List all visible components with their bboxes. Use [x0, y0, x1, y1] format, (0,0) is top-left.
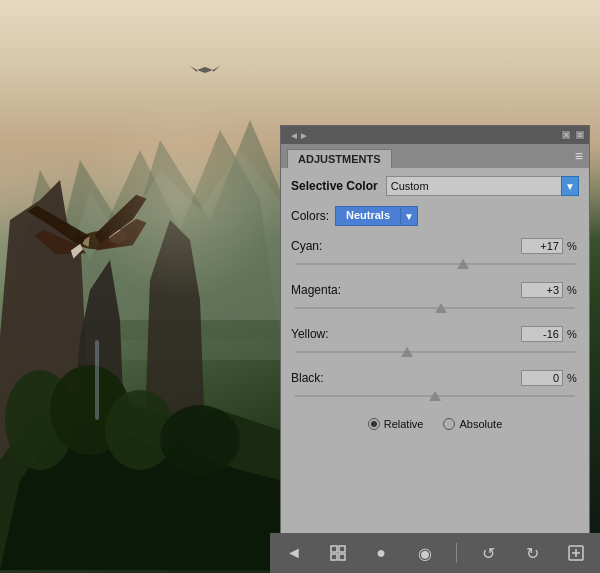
- svg-marker-22: [197, 67, 213, 73]
- radio-absolute-label: Absolute: [459, 418, 502, 430]
- toolbar-grid-icon[interactable]: [326, 541, 350, 565]
- svg-rect-12: [95, 340, 99, 420]
- magenta-header: Magenta: %: [291, 282, 579, 298]
- colors-dropdown-arrow[interactable]: ▼: [400, 206, 418, 226]
- add-svg: [567, 544, 585, 562]
- yellow-thumb[interactable]: [401, 347, 413, 357]
- preset-dropdown-container: Custom Default ▼: [386, 176, 579, 196]
- yellow-label: Yellow:: [291, 327, 356, 341]
- magenta-slider-track[interactable]: [295, 300, 575, 316]
- mist-glow: [80, 100, 280, 300]
- radio-relative-label: Relative: [384, 418, 424, 430]
- black-value-input[interactable]: [521, 370, 563, 386]
- tab-adjustments[interactable]: ADJUSTMENTS: [287, 149, 392, 168]
- black-label: Black:: [291, 371, 356, 385]
- black-percent: %: [567, 372, 579, 384]
- radio-relative-circle[interactable]: [368, 418, 380, 430]
- svg-marker-24: [213, 66, 220, 72]
- radio-row: Relative Absolute: [291, 418, 579, 430]
- titlebar-arrows-icon: ◄►: [289, 130, 309, 141]
- yellow-track-line: [295, 352, 575, 353]
- selective-color-row: Selective Color Custom Default ▼: [291, 176, 579, 196]
- colors-row: Colors: Neutrals ▼: [291, 206, 579, 226]
- yellow-value-input[interactable]: [521, 326, 563, 342]
- cyan-label: Cyan:: [291, 239, 356, 253]
- preset-select[interactable]: Custom Default: [386, 176, 562, 196]
- selective-color-label: Selective Color: [291, 179, 378, 193]
- tab-bar: ADJUSTMENTS ≡: [281, 144, 589, 168]
- svg-rect-28: [339, 554, 345, 560]
- colors-label: Colors:: [291, 209, 329, 223]
- toolbar-separator: [456, 543, 457, 563]
- svg-rect-25: [331, 546, 337, 552]
- cyan-thumb[interactable]: [457, 259, 469, 269]
- svg-rect-26: [339, 546, 345, 552]
- yellow-header: Yellow: %: [291, 326, 579, 342]
- menu-button[interactable]: ≡: [575, 130, 585, 140]
- toolbar-reset-icon[interactable]: ↺: [477, 541, 501, 565]
- yellow-slider-track[interactable]: [295, 344, 575, 360]
- panel-titlebar: ◄► ✕ ≡: [281, 126, 589, 144]
- colors-dropdown: Neutrals ▼: [335, 206, 418, 226]
- magenta-value-input[interactable]: [521, 282, 563, 298]
- radio-relative[interactable]: Relative: [368, 418, 424, 430]
- cyan-track-line: [295, 264, 575, 265]
- cyan-slider-row: Cyan: %: [291, 238, 579, 272]
- black-header: Black: %: [291, 370, 579, 386]
- toolbar-add-icon[interactable]: [564, 541, 588, 565]
- black-thumb[interactable]: [429, 391, 441, 401]
- yellow-slider-row: Yellow: %: [291, 326, 579, 360]
- yellow-percent: %: [567, 328, 579, 340]
- tab-menu-icon[interactable]: ≡: [575, 148, 583, 168]
- toolbar-circle-icon[interactable]: ●: [369, 541, 393, 565]
- svg-rect-27: [331, 554, 337, 560]
- radio-absolute[interactable]: Absolute: [443, 418, 502, 430]
- magenta-percent: %: [567, 284, 579, 296]
- magenta-slider-row: Magenta: %: [291, 282, 579, 316]
- toolbar-refresh-icon[interactable]: ↻: [520, 541, 544, 565]
- colors-value-btn[interactable]: Neutrals: [335, 206, 400, 226]
- panel-content: Selective Color Custom Default ▼ Colors:…: [281, 168, 589, 554]
- cyan-slider-track[interactable]: [295, 256, 575, 272]
- toolbar-back-icon[interactable]: ◄: [282, 541, 306, 565]
- grid-svg: [329, 544, 347, 562]
- magenta-thumb[interactable]: [435, 303, 447, 313]
- magenta-label: Magenta:: [291, 283, 356, 297]
- preset-dropdown-arrow[interactable]: ▼: [561, 176, 579, 196]
- black-slider-row: Black: %: [291, 370, 579, 404]
- svg-marker-23: [190, 66, 197, 72]
- cyan-header: Cyan: %: [291, 238, 579, 254]
- svg-point-11: [160, 405, 240, 475]
- radio-absolute-circle[interactable]: [443, 418, 455, 430]
- cyan-percent: %: [567, 240, 579, 252]
- adjustments-panel: ◄► ✕ ≡ ADJUSTMENTS ≡ Selective Color Cus…: [280, 125, 590, 555]
- bottom-toolbar: ◄ ● ◉ ↺ ↻: [270, 533, 600, 573]
- close-button[interactable]: ✕: [561, 130, 571, 140]
- cyan-value-input[interactable]: [521, 238, 563, 254]
- black-slider-track[interactable]: [295, 388, 575, 404]
- toolbar-eye-icon[interactable]: ◉: [413, 541, 437, 565]
